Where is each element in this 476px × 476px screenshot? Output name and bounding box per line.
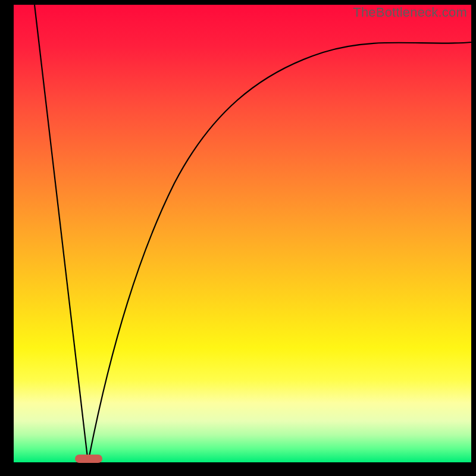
bottleneck-curve: [14, 5, 471, 462]
curve-right-segment: [88, 42, 471, 462]
curve-left-segment: [35, 5, 88, 462]
optimal-range-marker: [75, 455, 102, 463]
plot-area: TheBottleneck.com: [14, 5, 471, 462]
chart-frame: TheBottleneck.com: [0, 0, 476, 476]
